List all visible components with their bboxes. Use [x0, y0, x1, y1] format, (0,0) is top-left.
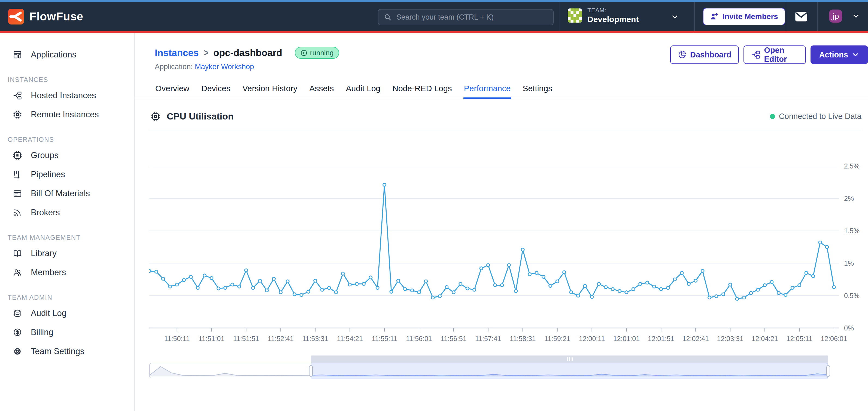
team-name: Development [587, 15, 639, 24]
sidebar-item-team-settings[interactable]: Team Settings [0, 342, 134, 361]
tab-performance[interactable]: Performance [463, 82, 512, 99]
user-menu[interactable]: jp [829, 9, 860, 23]
sidebar-item-audit-log[interactable]: Audit Log [0, 304, 134, 323]
svg-text:12:05:11: 12:05:11 [786, 335, 812, 342]
live-status: Connected to Live Data [770, 112, 862, 121]
grip-bar-icon [569, 357, 570, 361]
svg-text:12:03:31: 12:03:31 [717, 335, 743, 342]
user-avatar: jp [829, 9, 842, 23]
sidebar-item-library[interactable]: Library [0, 244, 134, 263]
svg-text:12:02:41: 12:02:41 [682, 335, 709, 342]
team-avatar [568, 8, 582, 23]
chart-title: CPU Utilisation [167, 111, 234, 122]
sidebar-item-applications[interactable]: Applications [0, 45, 134, 64]
brand-name: FlowFuse [29, 10, 83, 23]
grip-bar-icon [571, 357, 573, 361]
grip-bar-icon [567, 357, 568, 361]
svg-text:11:58:31: 11:58:31 [510, 335, 536, 342]
sidebar-item-hosted-instances[interactable]: Hosted Instances [0, 86, 134, 105]
groups-icon [13, 151, 22, 160]
brush-handle-left[interactable] [309, 365, 313, 377]
application-line: Application: Mayker Workshop [155, 63, 254, 71]
svg-text:12:01:01: 12:01:01 [613, 335, 640, 342]
tab-version-history[interactable]: Version History [242, 82, 298, 99]
svg-text:11:59:21: 11:59:21 [544, 335, 570, 342]
tab-node-red-logs[interactable]: Node-RED Logs [392, 82, 452, 99]
team-selector[interactable]: TEAM: Development [568, 7, 639, 24]
brand[interactable]: FlowFuse [8, 9, 83, 25]
bill-of-materials-icon [13, 189, 22, 198]
svg-text:11:50:11: 11:50:11 [164, 335, 190, 342]
sidebar-item-pipelines[interactable]: Pipelines [0, 165, 134, 184]
hosted-instances-icon [13, 91, 22, 100]
application-link[interactable]: Mayker Workshop [195, 63, 254, 71]
brush-selection-body [311, 363, 828, 379]
sidebar-item-label: Library [31, 248, 57, 258]
library-icon [13, 249, 22, 258]
open-editor-button[interactable]: Open Editor [743, 45, 806, 64]
notifications-mail-icon[interactable] [795, 11, 808, 23]
breadcrumb-separator: > [204, 47, 209, 59]
brush-grip[interactable] [311, 355, 828, 363]
actions-button-label: Actions [819, 50, 848, 59]
nav-divider [560, 2, 560, 31]
sidebar-item-bill-of-materials[interactable]: Bill Of Materials [0, 184, 134, 203]
svg-text:2.5%: 2.5% [844, 162, 860, 170]
tab-bar: OverviewDevicesVersion HistoryAssetsAudi… [155, 82, 553, 99]
brush-selection[interactable] [311, 355, 828, 379]
tab-assets[interactable]: Assets [309, 82, 334, 99]
sidebar-section-team-management: TEAM MANAGEMENT [0, 231, 134, 244]
sidebar-item-remote-instances[interactable]: Remote Instances [0, 105, 134, 124]
team-label: TEAM: [587, 7, 639, 14]
nav-divider [817, 2, 818, 31]
sidebar-item-label: Groups [31, 150, 59, 160]
svg-text:11:51:01: 11:51:01 [198, 335, 224, 342]
status-badge-label: running [310, 49, 334, 57]
chart-panel-header: CPU Utilisation Connected to Live Data [150, 111, 862, 122]
user-chevron-down-icon [852, 12, 860, 20]
tab-audit-log[interactable]: Audit Log [345, 82, 381, 99]
tab-settings[interactable]: Settings [522, 82, 553, 99]
brush-handle-right[interactable] [826, 365, 830, 377]
remote-instances-icon [13, 110, 22, 119]
live-dot-icon [770, 114, 775, 119]
time-range-brush [149, 355, 828, 379]
sidebar: ApplicationsINSTANCESHosted InstancesRem… [0, 33, 135, 411]
brush-mini-chart-selected [311, 363, 828, 378]
sidebar-section-team-admin: TEAM ADMIN [0, 291, 134, 304]
svg-text:11:56:01: 11:56:01 [406, 335, 432, 342]
dashboard-button-label: Dashboard [690, 50, 731, 59]
tab-devices[interactable]: Devices [201, 82, 231, 99]
sidebar-item-label: Remote Instances [31, 110, 99, 119]
sidebar-item-members[interactable]: Members [0, 263, 134, 282]
nav-divider [786, 2, 786, 31]
page: FlowFuse [0, 0, 868, 411]
sidebar-item-groups[interactable]: Groups [0, 146, 134, 165]
breadcrumb-instances-link[interactable]: Instances [155, 47, 198, 58]
team-search[interactable] [378, 9, 554, 25]
browser-accent-strip [0, 0, 868, 2]
team-chevron-down-icon[interactable] [671, 13, 679, 21]
dashboard-button[interactable]: Dashboard [670, 45, 739, 64]
invite-members-button[interactable]: Invite Members [703, 8, 785, 25]
actions-chevron-down-icon [851, 51, 859, 59]
actions-button[interactable]: Actions [810, 45, 868, 64]
sidebar-item-label: Team Settings [31, 346, 84, 356]
sidebar-item-label: Applications [31, 50, 76, 60]
brokers-icon [13, 208, 22, 217]
svg-text:12:00:11: 12:00:11 [579, 335, 605, 342]
tab-overview[interactable]: Overview [155, 82, 190, 99]
svg-text:11:53:31: 11:53:31 [302, 335, 328, 342]
svg-text:11:56:51: 11:56:51 [440, 335, 466, 342]
sidebar-item-brokers[interactable]: Brokers [0, 203, 134, 222]
sidebar-item-label: Hosted Instances [31, 91, 96, 100]
sidebar-item-label: Brokers [31, 208, 60, 217]
team-settings-icon [13, 347, 22, 356]
billing-icon [13, 328, 22, 337]
flowfuse-logo-icon [8, 9, 24, 25]
sidebar-item-billing[interactable]: Billing [0, 323, 134, 342]
svg-text:12:06:01: 12:06:01 [820, 335, 847, 342]
cpu-chip-icon [150, 111, 161, 122]
svg-text:2%: 2% [844, 195, 854, 202]
search-input[interactable] [396, 13, 548, 22]
